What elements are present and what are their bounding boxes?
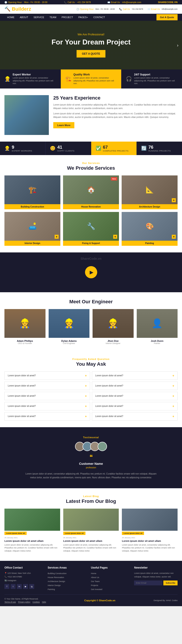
service-architecture[interactable]: 📐 + Architecture Design xyxy=(122,176,177,209)
blog-excerpt-3: Lorem ipsum dolor sit amet, consectetur … xyxy=(122,544,177,553)
faq-icon-2: + xyxy=(172,374,174,378)
faq-item-9[interactable]: Lorem ipsum dolor sit amet? + xyxy=(5,412,90,420)
nav-home[interactable]: HOME xyxy=(5,14,17,21)
stats-strip: 👷 9 Expert Workers 😊 41 Happy Clients ✅ … xyxy=(0,142,182,155)
social-linkedin[interactable]: in xyxy=(17,584,22,589)
faq-text-1: Lorem ipsum dolor sit amet? xyxy=(8,374,36,377)
social-icons: f t in ▶ ig xyxy=(5,584,44,589)
service-renovation-label: House Renovation xyxy=(63,204,119,209)
engineer-jhon-photo: 👷 xyxy=(93,309,134,338)
expert-icon: 👷 xyxy=(5,76,11,82)
blog-card-2[interactable]: Lorem ipsum dolor sit 25 January 2021 Lo… xyxy=(63,508,119,554)
service-architecture-plus[interactable]: + xyxy=(172,198,176,202)
testimonial-text: Lorem ipsum dolor sit amet, consectetur … xyxy=(24,472,158,480)
learn-more-button[interactable]: Learn More xyxy=(53,122,74,128)
service-painting-plus[interactable]: + xyxy=(172,235,176,239)
service-interior-img: 🛋️ xyxy=(5,212,60,241)
footer-link-help[interactable]: Help xyxy=(42,601,46,603)
faq-icon-6: + xyxy=(172,394,174,398)
faq-item-6[interactable]: Lorem ipsum dolor sit amet? + xyxy=(92,392,177,400)
nav-service[interactable]: SERVICE xyxy=(31,14,47,21)
service-interior-plus[interactable]: + xyxy=(55,235,59,239)
experience-para2: Lorem ipsum dolor sit amet, consectetur … xyxy=(53,112,177,119)
faq-item-10[interactable]: Lorem ipsum dolor sit amet? + xyxy=(92,412,177,420)
watermark-text: SHARECODE.VN xyxy=(158,1,177,4)
social-facebook[interactable]: f xyxy=(5,584,9,589)
hero-title: For Your Dream Project xyxy=(51,38,131,46)
faq-icon-5: + xyxy=(85,394,87,398)
engineer-adam: 👷 Adam Phillips CEO & Founder xyxy=(5,309,46,344)
service-fixing-label: Fixing & Support xyxy=(63,241,119,246)
footer-office: Office Contact 📍 123 Street, New York US… xyxy=(5,566,44,591)
faq-text-9: Lorem ipsum dolor sit amet? xyxy=(8,415,36,418)
blog-title-1: Lorem ipsum dolor sit amet ullam xyxy=(5,540,60,542)
faq-icon-10: + xyxy=(172,414,174,418)
footer-page-4: Projects xyxy=(91,584,131,587)
footer-link-terms[interactable]: Terms of use xyxy=(5,601,16,603)
blog-excerpt-2: Lorem ipsum dolor sit amet, consectetur … xyxy=(63,544,119,553)
hero-cta-button[interactable]: GET A QUOTE xyxy=(76,50,106,58)
social-twitter[interactable]: t xyxy=(11,584,16,589)
play-button[interactable]: ▶ xyxy=(85,266,97,278)
header-phone: 📞 Call Us +01 234 5678 xyxy=(119,8,143,10)
footer-watermark: Copyright © ShareCode.vn xyxy=(84,599,115,602)
service-renovation[interactable]: 🏠 New House Renovation xyxy=(63,176,119,209)
faq-item-3[interactable]: Lorem ipsum dolor sit amet? + xyxy=(5,382,90,390)
header-email: ✉️ Email Us info@example.com xyxy=(148,8,177,10)
service-fixing-plus[interactable]: + xyxy=(113,235,117,239)
opening-hours: 🕐 Opening Hour: Mon - Fri: 09:00 - 18:00 xyxy=(5,1,47,4)
blog-content-3: 25 January 2021 Lorem ipsum dolor sit am… xyxy=(122,535,177,554)
faq-icon-3: + xyxy=(85,384,87,388)
blog-grid: Lorem ipsum dolor sit 25 January 2021 Lo… xyxy=(5,508,177,554)
footer-copyright: © Your Site Name. All Right Reserved. xyxy=(5,598,46,600)
service-interior[interactable]: 🛋️ + Interior Design xyxy=(5,212,60,246)
faq-item-8[interactable]: Lorem ipsum dolor sit amet? + xyxy=(92,402,177,410)
faq-item-2[interactable]: Lorem ipsum dolor sit amet? + xyxy=(92,372,177,380)
engineers-title: Meet Our Engineer xyxy=(5,299,177,305)
service-fixing[interactable]: 🔧 + Fixing & Support xyxy=(63,212,119,246)
faq-item-4[interactable]: Lorem ipsum dolor sit amet? + xyxy=(92,382,177,390)
stat-completed-data: 67 Completed Projects xyxy=(103,145,129,152)
social-instagram[interactable]: ig xyxy=(29,584,34,589)
newsletter-submit-button[interactable]: Subscribe xyxy=(163,580,177,585)
quality-text: Quality Work Lorem ipsum dolor sit amet,… xyxy=(73,73,117,85)
hero-subtitle: We Are Professional! xyxy=(77,33,104,36)
expert-text: Expert Worker Lorem ipsum dolor sit amet… xyxy=(13,73,56,85)
stat-clients-num: 41 xyxy=(57,145,74,150)
stat-completed-num: 67 xyxy=(103,145,129,150)
footer-office-title: Office Contact xyxy=(5,566,44,569)
newsletter-form: Subscribe xyxy=(134,580,177,585)
experience-section: 25 Years Experience Lorem ipsum dolor si… xyxy=(0,88,182,142)
footer-link-privacy[interactable]: Privacy policy xyxy=(18,601,30,603)
faq-item-1[interactable]: Lorem ipsum dolor sit amet? + xyxy=(5,372,90,380)
blog-img-2 xyxy=(63,508,119,531)
service-painting[interactable]: 🎨 + Painting xyxy=(122,212,177,246)
stat-clients: 😊 41 Happy Clients xyxy=(46,142,91,155)
footer-link-cookies[interactable]: Cookies xyxy=(33,601,40,603)
blog-card-1[interactable]: Lorem ipsum dolor sit 25 January 2021 Lo… xyxy=(5,508,60,554)
service-building[interactable]: 🏗️ Building Construction xyxy=(5,176,60,209)
call-label: Call Us xyxy=(67,1,74,4)
faq-item-5[interactable]: Lorem ipsum dolor sit amet? + xyxy=(5,392,90,400)
engineers-grid: 👷 Adam Phillips CEO & Founder 👷 Dylan Ad… xyxy=(5,309,177,344)
blog-label: Latest Blog xyxy=(5,495,177,498)
blog-meta-1: 25 January 2021 xyxy=(5,537,60,539)
nav-about[interactable]: ABOUT xyxy=(17,14,31,21)
nav-team[interactable]: TEAM xyxy=(47,14,59,21)
footer-service-5: Painting xyxy=(48,587,87,591)
footer-designed: Designed By: InHol. Codes xyxy=(154,599,177,602)
nav-project[interactable]: PROJECT xyxy=(59,14,76,21)
social-youtube[interactable]: ▶ xyxy=(23,584,28,589)
blog-card-3[interactable]: Lorem ipsum dolor sit 25 January 2021 Lo… xyxy=(122,508,177,554)
newsletter-input[interactable] xyxy=(134,580,162,585)
faq-item-7[interactable]: Lorem ipsum dolor sit amet? + xyxy=(5,402,90,410)
quality-title: Quality Work xyxy=(73,73,117,76)
service-renovation-badge: New xyxy=(111,177,117,180)
nav-contact[interactable]: CONTACT xyxy=(90,14,108,21)
nav-pages[interactable]: PAGES+ xyxy=(76,14,91,21)
engineer-dylan-role: Civil Engineer xyxy=(49,342,90,344)
nav-cta-button[interactable]: Get A Quote xyxy=(156,14,177,20)
faq-text-10: Lorem ipsum dolor sit amet? xyxy=(95,415,123,418)
hero-next-arrow[interactable]: › xyxy=(177,43,178,48)
footer-phone: 📞 +012 345 67880 xyxy=(5,575,44,578)
